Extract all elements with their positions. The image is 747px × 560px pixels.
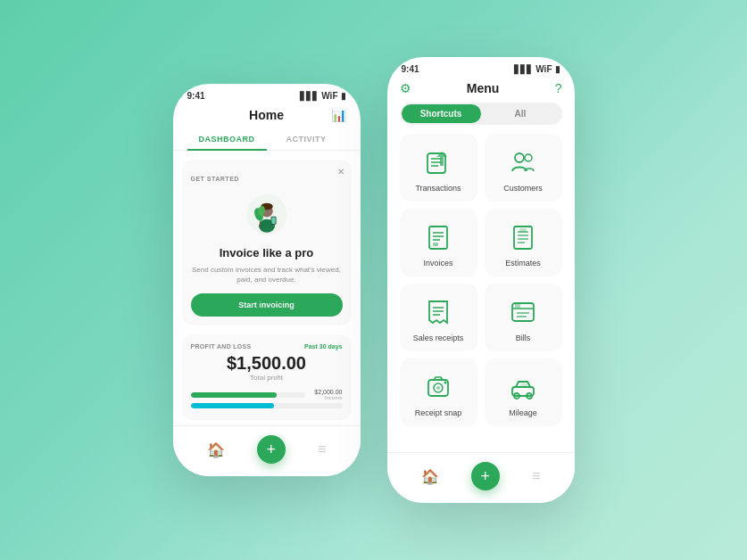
status-icons-right: ▋▋▋ WiF ▮ <box>514 64 560 74</box>
wifi-icon: WiF <box>321 91 337 101</box>
menu-item-estimates[interactable]: Estimates <box>485 209 562 276</box>
invoices-icon <box>422 221 454 253</box>
time-right: 9:41 <box>402 64 419 74</box>
income-value: $2,000.00 <box>309 389 343 395</box>
fab-button-left[interactable]: + <box>257 435 286 464</box>
svg-rect-19 <box>433 243 438 246</box>
menu-grid: Transactions Customers <box>387 134 575 426</box>
close-button[interactable]: ✕ <box>337 167 344 177</box>
person-illustration <box>240 190 294 239</box>
menu-item-mileage[interactable]: Mileage <box>485 358 562 426</box>
income-progress-row: $2,000.00 Income <box>191 389 343 400</box>
get-started-card: GET STARTED ✕ <box>182 160 352 325</box>
pnl-card: PROFIT AND LOSS Past 30 days $1,500.00 T… <box>182 334 352 420</box>
home-nav-icon[interactable]: 🏠 <box>207 441 225 458</box>
mileage-label: Mileage <box>509 408 537 417</box>
menu-nav-icon-right[interactable]: ≡ <box>532 468 540 484</box>
get-started-label: GET STARTED <box>191 176 239 182</box>
card-title: Invoice like a pro <box>191 246 343 261</box>
income-label: Income <box>309 395 343 400</box>
signal-icon: ▋▋▋ <box>300 92 319 101</box>
expense-progress-row <box>191 403 343 408</box>
pnl-amount: $1,500.00 <box>191 353 343 374</box>
expense-bar-fill <box>191 403 275 408</box>
svg-point-13 <box>515 153 524 162</box>
right-header: ⚙ Menu ? <box>387 78 575 103</box>
status-bar-left: 9:41 ▋▋▋ WiF ▮ <box>173 84 361 104</box>
bills-label: Bills <box>516 334 531 342</box>
customers-label: Customers <box>503 184 543 193</box>
left-content: GET STARTED ✕ <box>173 151 361 429</box>
right-phone: 9:41 ▋▋▋ WiF ▮ ⚙ Menu ? Shortcuts All <box>387 57 575 503</box>
analytics-icon[interactable]: 📊 <box>331 108 346 122</box>
income-bar-bg <box>191 392 305 398</box>
svg-rect-25 <box>519 228 527 233</box>
pnl-label: PROFIT AND LOSS <box>191 343 252 350</box>
tab-activity[interactable]: ACTIVITY <box>267 129 346 150</box>
menu-nav-icon[interactable]: ≡ <box>318 441 326 457</box>
transactions-label: Transactions <box>415 184 461 193</box>
battery-icon: ▮ <box>341 91 346 101</box>
expense-bar-bg <box>191 403 343 408</box>
invoices-label: Invoices <box>423 259 452 268</box>
menu-item-customers[interactable]: Customers <box>485 134 562 202</box>
sales-receipts-icon <box>422 296 454 328</box>
wifi-icon-right: WiF <box>535 64 552 74</box>
svg-point-14 <box>525 154 532 161</box>
help-icon[interactable]: ? <box>555 81 562 95</box>
estimates-label: Estimates <box>505 259 541 268</box>
battery-icon-right: ▮ <box>555 64 560 74</box>
gear-icon[interactable]: ⚙ <box>400 81 411 95</box>
svg-rect-5 <box>271 218 276 225</box>
all-tab[interactable]: All <box>481 104 560 123</box>
bottom-nav-right: 🏠 + ≡ <box>387 452 575 503</box>
progress-section: $2,000.00 Income <box>191 389 343 408</box>
status-bar-right: 9:41 ▋▋▋ WiF ▮ <box>387 57 575 78</box>
transactions-icon <box>422 146 454 178</box>
tabs-bar: DASHBOARD ACTIVITY <box>173 129 361 151</box>
bottom-nav-left: 🏠 + ≡ <box>173 425 361 476</box>
pnl-header: PROFIT AND LOSS Past 30 days <box>191 343 343 350</box>
mileage-icon <box>507 371 539 403</box>
menu-item-receipt-snap[interactable]: Receipt snap <box>400 358 477 426</box>
svg-point-36 <box>436 386 440 390</box>
receipt-snap-icon <box>422 371 454 403</box>
right-header-title: Menu <box>467 81 500 95</box>
income-value-block: $2,000.00 Income <box>309 389 343 400</box>
menu-item-transactions[interactable]: Transactions <box>400 134 477 202</box>
tab-dashboard[interactable]: DASHBOARD <box>187 129 267 151</box>
estimates-icon <box>507 221 539 253</box>
svg-rect-38 <box>512 387 534 396</box>
customers-icon <box>507 146 539 178</box>
svg-rect-33 <box>515 304 520 308</box>
svg-rect-15 <box>429 226 447 249</box>
menu-item-bills[interactable]: Bills <box>485 284 562 351</box>
signal-icon-right: ▋▋▋ <box>514 65 533 74</box>
status-icons-left: ▋▋▋ WiF ▮ <box>300 91 345 101</box>
pnl-total-label: Total profit <box>191 374 343 382</box>
shortcuts-tab[interactable]: Shortcuts <box>402 104 481 123</box>
svg-point-37 <box>444 382 447 384</box>
home-nav-icon-right[interactable]: 🏠 <box>421 468 439 485</box>
menu-item-invoices[interactable]: Invoices <box>400 209 477 276</box>
start-invoicing-button[interactable]: Start invoicing <box>191 293 343 317</box>
receipt-snap-label: Receipt snap <box>415 408 462 417</box>
view-tabs: Shortcuts All <box>400 103 562 125</box>
fab-button-right[interactable]: + <box>471 462 500 490</box>
income-bar-fill <box>191 392 277 398</box>
time-left: 9:41 <box>187 91 205 101</box>
left-header: Home 📊 <box>173 104 361 129</box>
bills-icon <box>507 296 539 328</box>
sales-receipts-label: Sales receipts <box>413 334 464 342</box>
pnl-period: Past 30 days <box>304 343 342 350</box>
left-phone: 9:41 ▋▋▋ WiF ▮ Home 📊 DASHBOARD ACTIVITY… <box>173 84 361 476</box>
card-desc: Send custom invoices and track what's vi… <box>191 265 343 284</box>
menu-item-sales-receipts[interactable]: Sales receipts <box>400 284 477 351</box>
card-illustration <box>191 185 343 246</box>
left-header-title: Home <box>249 108 284 122</box>
